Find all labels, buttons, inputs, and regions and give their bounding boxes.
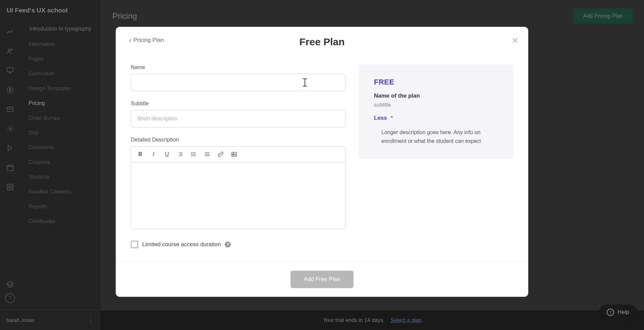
help-tooltip-icon[interactable]: ? <box>225 241 231 248</box>
bold-button[interactable]: B <box>137 151 144 158</box>
subtitle-label: Subtitle <box>131 101 345 107</box>
detailed-description-editor[interactable] <box>131 162 345 229</box>
preview-toggle-label: Less <box>374 115 387 121</box>
name-label: Name <box>131 64 345 70</box>
plan-preview-card: FREE Name of the plan subtitle Less ⌃ Lo… <box>359 64 513 159</box>
limited-access-checkbox[interactable] <box>131 241 138 248</box>
detailed-description-label: Detailed Description <box>131 137 345 143</box>
svg-point-11 <box>192 153 192 153</box>
preview-plan-name: Name of the plan <box>374 93 498 99</box>
chevron-left-icon: ‹ <box>129 36 131 44</box>
link-button[interactable] <box>217 151 224 158</box>
editor-toolbar: B I U <box>131 146 345 162</box>
modal-title: Free Plan <box>129 36 515 48</box>
italic-button[interactable]: I <box>150 151 157 158</box>
preview-description: Longer description goes here. Any info o… <box>374 128 498 145</box>
close-button[interactable]: × <box>512 34 518 47</box>
underline-button[interactable]: U <box>163 151 171 158</box>
pricing-plan-modal: ‹ Pricing Plan Free Plan × Name Subtitle… <box>116 27 528 297</box>
subtitle-input[interactable] <box>131 110 345 127</box>
preview-subtitle: subtitle <box>374 102 498 108</box>
preview-price-label: FREE <box>374 78 498 87</box>
breadcrumb-back[interactable]: ‹ Pricing Plan <box>129 36 164 44</box>
outdent-button[interactable] <box>204 151 211 158</box>
image-button[interactable] <box>230 151 238 158</box>
add-free-plan-button[interactable]: Add Free Plan <box>290 271 354 288</box>
chevron-up-icon: ⌃ <box>390 115 394 121</box>
name-input[interactable] <box>131 74 345 91</box>
limited-access-label: Limited course access duration <box>142 241 221 248</box>
breadcrumb-label: Pricing Plan <box>133 37 164 44</box>
unordered-list-button[interactable] <box>190 151 198 158</box>
svg-point-13 <box>192 156 192 156</box>
preview-toggle-button[interactable]: Less ⌃ <box>374 115 498 121</box>
ordered-list-button[interactable] <box>177 151 184 158</box>
svg-point-12 <box>192 154 192 155</box>
